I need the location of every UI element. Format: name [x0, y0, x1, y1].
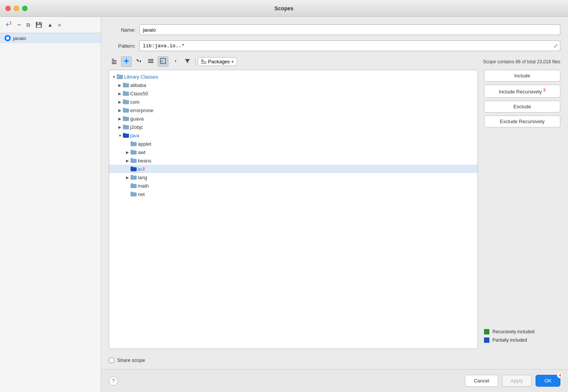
sidebar-items: javaio: [0, 33, 101, 392]
include-button[interactable]: Include: [484, 70, 560, 82]
tree-item-java-label: java: [130, 133, 139, 138]
add-scope-button[interactable]: +1: [4, 20, 13, 30]
bottom-bar: Share scope: [109, 353, 560, 369]
share-scope-label: Share scope: [117, 357, 145, 363]
svg-rect-5: [126, 58, 127, 60]
help-button[interactable]: ?: [109, 376, 118, 386]
maximize-button[interactable]: [22, 6, 27, 11]
svg-rect-7: [124, 61, 125, 61]
tree-item-com[interactable]: ▶ com: [109, 98, 478, 106]
class50-arrow: ▶: [117, 90, 123, 96]
awt-arrow: ▶: [124, 149, 131, 155]
tree-item-com-label: com: [130, 99, 140, 105]
tree-item-guava[interactable]: ▶ guava: [109, 114, 478, 123]
svg-rect-9: [148, 59, 153, 60]
sidebar-item-label: javaio: [13, 35, 26, 41]
j2objc-arrow: ▶: [117, 124, 123, 130]
current-file-button[interactable]: [121, 56, 132, 67]
filter-button[interactable]: [182, 56, 193, 67]
com-arrow: ▶: [117, 99, 123, 105]
root-folder-icon: [117, 74, 123, 79]
packages-dropdown-button[interactable]: Packages ▾: [198, 57, 237, 66]
name-input[interactable]: [139, 24, 560, 35]
tree-item-alibaba-label: alibaba: [130, 82, 146, 88]
svg-rect-10: [148, 61, 153, 61]
alibaba-folder-icon: [123, 82, 129, 88]
tree-container[interactable]: ▾ Library Classes ▶ alibaba: [109, 70, 478, 349]
show-classes-button[interactable]: C: [158, 56, 168, 67]
toolbar-separator: [195, 58, 195, 66]
partially-included-color: [484, 337, 489, 343]
copy-scope-button[interactable]: ⧉: [25, 21, 32, 29]
recursively-included-label: Recursively included: [492, 329, 534, 334]
ok-badge: 4: [557, 372, 563, 378]
collapse-all-button[interactable]: [109, 56, 119, 67]
class50-folder-icon: [123, 91, 129, 96]
applet-folder-icon: [131, 141, 137, 146]
expand-icon[interactable]: ⤢: [553, 43, 558, 49]
cancel-button[interactable]: Cancel: [465, 375, 498, 387]
svg-point-4: [125, 60, 127, 62]
tree-item-applet[interactable]: ▶ applet: [109, 140, 478, 148]
pattern-input[interactable]: [139, 40, 560, 51]
share-scope-checkbox[interactable]: [109, 358, 114, 363]
include-recursively-label: Include Recursively: [499, 89, 542, 95]
guava-arrow: ▶: [117, 116, 123, 122]
ok-button[interactable]: OK 4: [536, 375, 560, 387]
more-button[interactable]: »: [56, 21, 63, 29]
math-folder-icon: [131, 183, 137, 188]
save-scope-button[interactable]: 💾: [34, 21, 44, 29]
name-label: Name:: [109, 27, 136, 33]
pattern-label: Pattern:: [109, 43, 136, 49]
tree-item-beans[interactable]: ▶ beans: [109, 156, 478, 165]
exclude-button[interactable]: Exclude: [484, 101, 560, 112]
svg-rect-6: [126, 62, 127, 64]
tree-item-awt-label: awt: [138, 149, 145, 155]
tree-item-io[interactable]: ▶ io 2: [109, 165, 478, 173]
dialog-buttons-bar: ? Cancel Apply OK 4: [101, 369, 568, 392]
include-recursively-button[interactable]: Include Recursively 3: [484, 85, 560, 98]
window-title: Scopes: [274, 5, 294, 11]
action-buttons-panel: Include Include Recursively 3 Exclude Ex…: [484, 70, 560, 349]
ok-label: OK: [544, 378, 552, 384]
scope-icon-inner: [6, 37, 9, 40]
tree-item-alibaba[interactable]: ▶ alibaba: [109, 81, 478, 89]
tree-item-guava-label: guava: [130, 116, 144, 122]
include-single-button[interactable]: [170, 56, 181, 67]
sidebar-toolbar: +1 − ⧉ 💾 ▲ »: [0, 17, 101, 33]
beans-folder-icon: [131, 158, 137, 163]
tree-item-net[interactable]: ▶ net: [109, 190, 478, 198]
lang-folder-icon: [131, 175, 137, 180]
tree-item-root[interactable]: ▾ Library Classes: [109, 72, 478, 81]
scope-icon: [5, 35, 11, 41]
sidebar-item-javaio[interactable]: javaio: [0, 33, 101, 43]
tree-item-awt[interactable]: ▶ awt: [109, 148, 478, 156]
main-container: +1 − ⧉ 💾 ▲ » javaio Name:: [0, 17, 568, 392]
close-button[interactable]: [5, 6, 11, 11]
legend-recursively-included: Recursively included: [484, 329, 560, 334]
tree-item-errorprone[interactable]: ▶ errorprone: [109, 106, 478, 114]
tree-item-math[interactable]: ▶ math: [109, 182, 478, 190]
exclude-recursively-button[interactable]: Exclude Recursively: [484, 116, 560, 127]
svg-rect-16: [201, 63, 207, 64]
recursively-included-color: [484, 329, 489, 334]
tree-item-class50[interactable]: ▶ Class50: [109, 89, 478, 98]
pattern-input-wrapper: ⤢: [139, 40, 560, 51]
svg-rect-0: [112, 59, 114, 59]
move-up-button[interactable]: ▲: [46, 21, 54, 29]
tree-toolbar: C Packages ▾ Scope contains 86 of total …: [109, 56, 560, 67]
tree-item-java[interactable]: ▾ java: [109, 131, 478, 140]
remove-scope-button[interactable]: −: [16, 20, 23, 30]
include-recursively-badge: 3: [543, 88, 545, 92]
j2objc-folder-icon: [123, 124, 129, 130]
tree-item-class50-label: Class50: [130, 91, 148, 96]
expand-selected-button[interactable]: [133, 56, 144, 67]
flatten-packages-button[interactable]: [145, 56, 156, 67]
io-badge: 2: [142, 167, 145, 171]
apply-button[interactable]: Apply: [502, 375, 532, 387]
tree-and-buttons: ▾ Library Classes ▶ alibaba: [109, 70, 560, 349]
tree-item-j2objc[interactable]: ▶ j2objc: [109, 123, 478, 131]
tree-item-lang[interactable]: ▶ lang: [109, 173, 478, 182]
io-folder-icon: [131, 166, 137, 172]
minimize-button[interactable]: [14, 6, 19, 11]
